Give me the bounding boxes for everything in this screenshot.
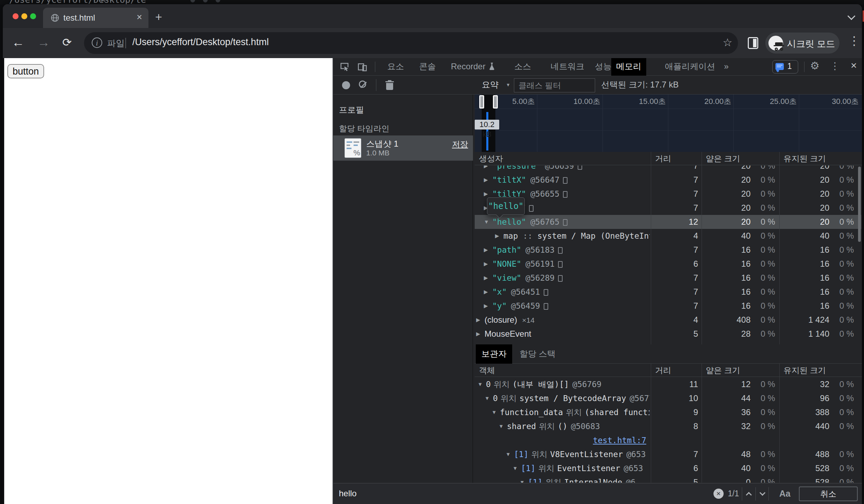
column-shallow-size[interactable]: 얕은 크기	[706, 152, 740, 165]
retainer-row[interactable]: ▼[1]위치EventListener@6536400 %5280 %	[475, 461, 861, 475]
delete-profile-icon[interactable]	[385, 80, 394, 90]
device-toolbar-icon[interactable]	[357, 62, 368, 74]
record-heap-button[interactable]	[342, 81, 350, 89]
devtools-tab-2[interactable]: Recorder	[446, 58, 500, 76]
tab-retainers[interactable]: 보관자	[476, 344, 512, 364]
column-constructor[interactable]: 생성자	[479, 152, 503, 165]
reveal-icon[interactable]	[558, 275, 563, 282]
snapshot-save-link[interactable]: 저장	[452, 139, 468, 150]
summary-row[interactable]: ▶"y"@564597160 %160 %	[475, 299, 861, 313]
reveal-icon[interactable]	[544, 289, 548, 296]
column-distance[interactable]: 거리	[655, 152, 671, 165]
settings-gear-icon[interactable]: ⚙	[810, 59, 820, 72]
range-handle-left[interactable]	[479, 95, 484, 108]
summary-row[interactable]: ▶"tiltY"@566557200 %200 %	[475, 187, 861, 201]
devtools-tab-8[interactable]: »	[719, 58, 733, 76]
retainers-rows: ▼0위치(내부 배열)[]@5676911120 %320 %▼0위치syste…	[475, 377, 862, 483]
clear-all-icon[interactable]	[359, 80, 366, 88]
side-panel-icon[interactable]	[748, 37, 758, 49]
devtools-tab-3[interactable]: 소스	[509, 58, 536, 76]
url-text[interactable]: /Users/yceffort/Desktop/test.html	[132, 37, 269, 48]
summary-row[interactable]: ▶"pressure"@566397200 %200 %	[475, 166, 861, 173]
summary-row[interactable]: ▶"path"@561837160 %160 %	[475, 243, 861, 257]
summary-row[interactable]: ▶MouseEvent5280 %1 1400 %	[475, 327, 861, 341]
reveal-icon[interactable]	[563, 191, 567, 198]
reveal-icon[interactable]	[563, 177, 567, 184]
screen: /Users/yceffort/Desktop/te × test.html ×…	[0, 0, 864, 504]
zoom-window-button[interactable]	[30, 13, 36, 19]
devtools-tab-1[interactable]: 콘솔	[414, 58, 441, 76]
background-red-sliver	[863, 10, 864, 22]
bookmark-star-icon[interactable]: ☆	[723, 36, 732, 49]
gridline	[602, 94, 603, 152]
retainer-row[interactable]: ▼0위치system / BytecodeArray@5677110440 %9…	[475, 391, 861, 405]
devtools-tab-4[interactable]: 네트워크	[546, 58, 589, 76]
retainer-row[interactable]: ▼shared위치()@506838320 %4400 %	[475, 419, 861, 433]
browser-menu-kebab-icon[interactable]: ⋮	[848, 34, 860, 48]
info-icon[interactable]: i	[92, 37, 102, 48]
column-retained-size[interactable]: 유지된 크기	[783, 152, 826, 165]
retainer-row[interactable]: ▼function_data위치(shared functio9360 %388…	[475, 405, 861, 419]
reveal-icon[interactable]	[578, 166, 582, 170]
issues-chip[interactable]: 1	[772, 60, 798, 74]
summary-row[interactable]: ▶"view"@562897160 %160 %	[475, 271, 861, 285]
summary-row[interactable]: ▶"tiltX"@566477200 %200 %	[475, 173, 861, 187]
tab-allocation-stack[interactable]: 할당 스택	[514, 344, 561, 364]
summary-row[interactable]: ▶(closure)×1444080 %1 4240 %	[475, 313, 861, 327]
tab-close-icon[interactable]: ×	[137, 12, 142, 23]
globe-favicon-icon	[51, 14, 59, 23]
tab-test-html[interactable]: test.html ×	[43, 8, 148, 28]
class-filter-input[interactable]	[514, 78, 595, 92]
summary-row[interactable]: ▼"hello"@5676512200 %200 %	[475, 215, 861, 229]
incognito-label: 시크릿 모드	[787, 38, 835, 50]
tab-search-chevron-icon[interactable]	[848, 12, 856, 20]
retainer-row[interactable]: ▼[1]위치InternalNode@6500 %5280 %	[475, 475, 861, 483]
inspect-icon[interactable]	[339, 62, 350, 74]
snapshot-item[interactable]: % 스냅샷 1 1.0 MB 저장	[333, 135, 473, 161]
search-prev-button[interactable]	[742, 487, 755, 500]
range-handle-right[interactable]	[493, 95, 498, 108]
address-bar[interactable]: i 파일 /Users/yceffort/Desktop/test.html ☆	[84, 32, 738, 54]
perspective-select[interactable]: 요약	[482, 76, 499, 94]
retainer-row[interactable]: ▼[1]위치V8EventListener@6537480 %4880 %	[475, 447, 861, 461]
devtools-tab-6[interactable]: 메모리	[611, 58, 646, 76]
search-cancel-button[interactable]: 취소	[799, 486, 858, 501]
reveal-icon[interactable]	[529, 205, 534, 212]
retainer-row[interactable]: ▼0위치(내부 배열)[]@5676911120 %320 %	[475, 377, 861, 391]
column-retained-size[interactable]: 유지된 크기	[783, 364, 826, 377]
devtools-menu-kebab-icon[interactable]: ⋮	[830, 60, 840, 72]
retainer-row[interactable]: test.html:7	[475, 433, 861, 447]
minimize-window-button[interactable]	[21, 13, 27, 19]
search-clear-icon[interactable]: ×	[713, 489, 724, 499]
summary-row[interactable]: ▶"x"@564517160 %160 %	[475, 285, 861, 299]
column-distance[interactable]: 거리	[655, 364, 671, 377]
chevron-down-icon[interactable]: ▼	[506, 76, 510, 94]
search-input[interactable]: hello	[339, 483, 357, 504]
summary-row[interactable]: ▶map :: system / Map (OneByteInte4400 %4…	[475, 229, 861, 243]
reveal-icon[interactable]	[563, 219, 567, 226]
retainers-grid-header: 객체 거리 얕은 크기 유지된 크기	[475, 364, 862, 377]
reload-button[interactable]: ⟳	[62, 28, 72, 58]
time-tick: 20.00초	[686, 94, 731, 108]
reveal-icon[interactable]	[544, 303, 548, 310]
devtools-close-icon[interactable]: ×	[851, 59, 857, 71]
reveal-icon[interactable]	[558, 247, 563, 254]
forward-button[interactable]: →	[37, 28, 50, 58]
horizontal-gridline	[475, 130, 862, 131]
summary-row[interactable]: ▶@566877200 %200 %	[475, 201, 861, 215]
back-button[interactable]: ←	[12, 28, 25, 58]
scrollbar-thumb[interactable]	[858, 167, 861, 242]
column-object[interactable]: 객체	[479, 364, 495, 377]
devtools-tab-0[interactable]: 요소	[382, 58, 409, 76]
close-window-button[interactable]	[13, 13, 19, 19]
source-link[interactable]: test.html:7	[593, 433, 646, 447]
reveal-icon[interactable]	[558, 261, 563, 268]
devtools-tab-7[interactable]: 애플리케이션	[660, 58, 720, 76]
page-button[interactable]: button	[7, 64, 44, 78]
column-shallow-size[interactable]: 얕은 크기	[706, 364, 740, 377]
new-tab-button[interactable]: ＋	[153, 9, 164, 24]
allocation-timeline-chart[interactable]: 5.00초10.00초15.00초20.00초25.00초30.00초 10.2…	[475, 94, 862, 152]
search-next-button[interactable]	[755, 487, 769, 500]
summary-row[interactable]: ▶"NONE"@561916160 %160 %	[475, 257, 861, 271]
match-case-toggle[interactable]: Aa	[779, 483, 790, 504]
